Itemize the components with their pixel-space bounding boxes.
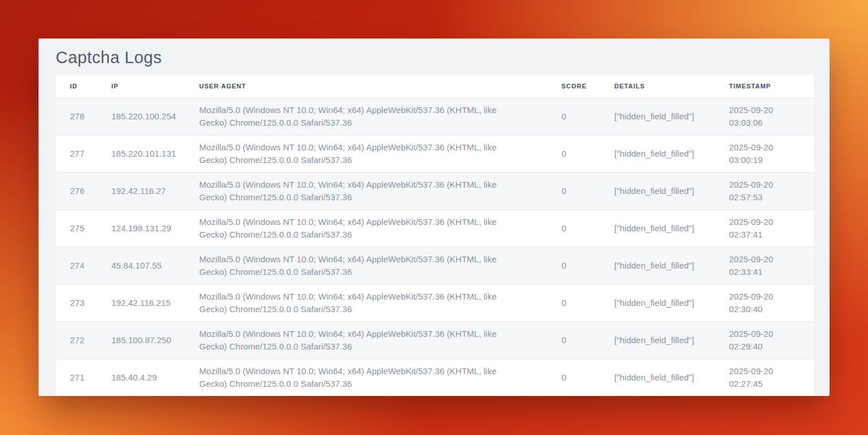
table-row: 273 192.42.116.215 Mozilla/5.0 (Windows … <box>56 284 814 321</box>
column-header-details: DETAILS <box>600 75 715 98</box>
column-header-id: ID <box>56 75 97 98</box>
cell-id: 271 <box>56 359 97 396</box>
cell-details: ["hidden_field_filled"] <box>600 98 715 135</box>
cell-id: 277 <box>56 135 97 172</box>
table-row: 278 185.220.100.254 Mozilla/5.0 (Windows… <box>56 98 814 135</box>
table-row: 274 45.84.107.55 Mozilla/5.0 (Windows NT… <box>56 247 814 284</box>
table-row: 276 192.42.116.27 Mozilla/5.0 (Windows N… <box>56 172 814 209</box>
table-header: ID IP USER AGENT SCORE DETAILS TIMESTAMP <box>56 75 814 98</box>
cell-timestamp: 2025-09-20 02:27:45 <box>715 359 814 396</box>
cell-id: 275 <box>56 209 97 247</box>
timestamp-date: 2025-09-20 <box>729 253 808 266</box>
cell-ip: 185.100.87.250 <box>97 321 185 359</box>
cell-user-agent: Mozilla/5.0 (Windows NT 10.0; Win64; x64… <box>185 209 547 247</box>
timestamp-time: 02:29:40 <box>729 340 808 353</box>
cell-ip: 192.42.116.215 <box>97 284 185 321</box>
table-row: 271 185.40.4.29 Mozilla/5.0 (Windows NT … <box>56 359 814 396</box>
cell-id: 276 <box>56 172 97 209</box>
cell-user-agent: Mozilla/5.0 (Windows NT 10.0; Win64; x64… <box>185 321 547 359</box>
cell-score: 0 <box>547 321 600 359</box>
column-header-ip: IP <box>97 75 185 98</box>
timestamp-time: 02:30:40 <box>729 303 808 316</box>
cell-id: 273 <box>56 284 97 321</box>
column-header-timestamp: TIMESTAMP <box>715 75 814 98</box>
cell-score: 0 <box>547 98 600 135</box>
cell-user-agent: Mozilla/5.0 (Windows NT 10.0; Win64; x64… <box>185 98 547 135</box>
timestamp-time: 03:00:19 <box>729 154 808 166</box>
cell-ip: 45.84.107.55 <box>97 247 185 284</box>
captcha-logs-card: Captcha Logs ID IP USER AGENT SCORE <box>38 38 830 396</box>
timestamp-time: 02:27:45 <box>729 378 808 390</box>
cell-ip: 124.198.131.29 <box>97 209 185 247</box>
cell-score: 0 <box>547 172 600 209</box>
cell-details: ["hidden_field_filled"] <box>600 172 715 209</box>
timestamp-date: 2025-09-20 <box>729 216 808 228</box>
cell-score: 0 <box>547 209 600 247</box>
cell-ip: 185.40.4.29 <box>97 359 185 396</box>
cell-user-agent: Mozilla/5.0 (Windows NT 10.0; Win64; x64… <box>185 359 547 396</box>
cell-ip: 185.220.101.131 <box>97 135 185 172</box>
timestamp-date: 2025-09-20 <box>729 328 808 340</box>
cell-timestamp: 2025-09-20 03:03:06 <box>715 98 814 135</box>
cell-details: ["hidden_field_filled"] <box>600 209 715 247</box>
cell-timestamp: 2025-09-20 02:37:41 <box>715 209 814 247</box>
cell-timestamp: 2025-09-20 02:33:41 <box>715 247 814 284</box>
cell-timestamp: 2025-09-20 02:57:53 <box>715 172 814 209</box>
timestamp-time: 02:57:53 <box>729 191 808 204</box>
cell-id: 278 <box>56 98 97 135</box>
column-header-user-agent: USER AGENT <box>185 75 547 98</box>
cell-score: 0 <box>547 284 600 321</box>
cell-timestamp: 2025-09-20 02:30:40 <box>715 284 814 321</box>
cell-ip: 185.220.100.254 <box>97 98 185 135</box>
timestamp-time: 03:03:06 <box>729 116 808 129</box>
timestamp-date: 2025-09-20 <box>729 365 808 378</box>
cell-details: ["hidden_field_filled"] <box>600 321 715 359</box>
cell-details: ["hidden_field_filled"] <box>600 284 715 321</box>
cell-timestamp: 2025-09-20 03:00:19 <box>715 135 814 172</box>
table-row: 272 185.100.87.250 Mozilla/5.0 (Windows … <box>56 321 814 359</box>
table-row: 275 124.198.131.29 Mozilla/5.0 (Windows … <box>56 209 814 247</box>
cell-id: 274 <box>56 247 97 284</box>
table-body: 278 185.220.100.254 Mozilla/5.0 (Windows… <box>56 98 814 396</box>
cell-user-agent: Mozilla/5.0 (Windows NT 10.0; Win64; x64… <box>185 172 547 209</box>
logs-table-container: ID IP USER AGENT SCORE DETAILS TIMESTAMP… <box>56 75 814 396</box>
timestamp-date: 2025-09-20 <box>729 141 808 154</box>
cell-details: ["hidden_field_filled"] <box>600 247 715 284</box>
cell-details: ["hidden_field_filled"] <box>600 359 715 396</box>
cell-id: 272 <box>56 321 97 359</box>
cell-score: 0 <box>547 247 600 284</box>
table-header-row: ID IP USER AGENT SCORE DETAILS TIMESTAMP <box>56 75 814 98</box>
cell-score: 0 <box>547 359 600 396</box>
timestamp-date: 2025-09-20 <box>729 178 808 191</box>
captcha-logs-table: ID IP USER AGENT SCORE DETAILS TIMESTAMP… <box>56 75 814 396</box>
timestamp-time: 02:33:41 <box>729 266 808 278</box>
page-title: Captcha Logs <box>38 38 830 75</box>
timestamp-date: 2025-09-20 <box>729 104 808 116</box>
cell-ip: 192.42.116.27 <box>97 172 185 209</box>
timestamp-time: 02:37:41 <box>729 228 808 241</box>
timestamp-date: 2025-09-20 <box>729 290 808 303</box>
cell-timestamp: 2025-09-20 02:29:40 <box>715 321 814 359</box>
cell-score: 0 <box>547 135 600 172</box>
cell-user-agent: Mozilla/5.0 (Windows NT 10.0; Win64; x64… <box>185 247 547 284</box>
table-row: 277 185.220.101.131 Mozilla/5.0 (Windows… <box>56 135 814 172</box>
cell-user-agent: Mozilla/5.0 (Windows NT 10.0; Win64; x64… <box>185 284 547 321</box>
cell-details: ["hidden_field_filled"] <box>600 135 715 172</box>
column-header-score: SCORE <box>547 75 600 98</box>
cell-user-agent: Mozilla/5.0 (Windows NT 10.0; Win64; x64… <box>185 135 547 172</box>
